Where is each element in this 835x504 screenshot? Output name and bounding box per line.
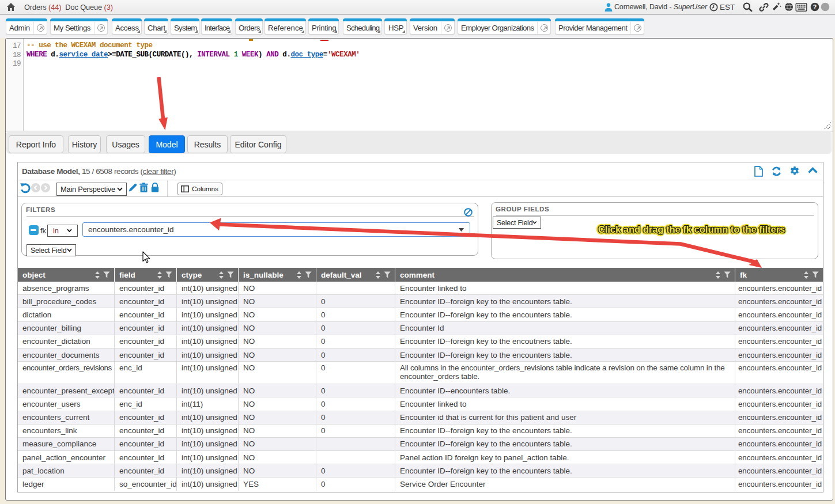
svg-text:?: ? bbox=[813, 3, 817, 10]
